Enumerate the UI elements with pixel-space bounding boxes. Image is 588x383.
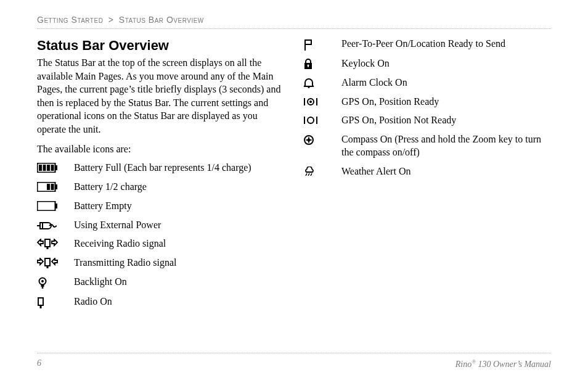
breadcrumb: Getting Started > Status Bar Overview <box>37 15 551 29</box>
icon-desc: Compass On (Press and hold the Zoom key … <box>341 133 551 159</box>
page-title: Status Bar Overview <box>37 38 285 54</box>
page-footer: 6 Rino® 130 Owner’s Manual <box>37 353 551 369</box>
icon-desc: GPS On, Position Ready <box>341 96 439 109</box>
icon-row-radio-on: Radio On <box>37 295 285 309</box>
icon-desc: Backlight On <box>74 276 127 289</box>
gps-not-ready-icon <box>303 114 334 125</box>
icon-row-external-power: Using External Power <box>37 219 285 232</box>
icon-desc: Using External Power <box>74 219 161 232</box>
svg-marker-21 <box>52 258 57 265</box>
svg-rect-29 <box>305 40 311 44</box>
icon-row-compass: Compass On (Press and hold the Zoom key … <box>303 133 551 159</box>
icon-desc: Weather Alert On <box>341 165 410 178</box>
icon-desc: Peer-To-Peer On/Location Ready to Send <box>341 38 505 51</box>
svg-marker-14 <box>38 239 43 245</box>
icon-row-transmitting-radio: Transmitting Radio signal <box>37 257 285 270</box>
lock-icon <box>303 57 334 70</box>
flag-icon <box>303 38 334 51</box>
radio-on-icon <box>37 295 67 309</box>
icon-row-peer-to-peer: Peer-To-Peer On/Location Ready to Send <box>303 38 551 51</box>
svg-rect-20 <box>47 266 49 268</box>
icon-row-receiving-radio: Receiving Radio signal <box>37 237 285 250</box>
svg-rect-16 <box>47 247 49 249</box>
svg-point-23 <box>41 280 44 282</box>
svg-point-37 <box>309 101 312 103</box>
svg-marker-43 <box>305 139 312 141</box>
svg-rect-2 <box>39 165 42 171</box>
breadcrumb-section: Getting Started <box>37 15 103 25</box>
icon-row-battery-full: Battery Full (Each bar represents 1/4 ch… <box>37 162 285 175</box>
icon-row-alarm: Alarm Clock On <box>303 76 551 89</box>
battery-half-icon <box>37 181 67 192</box>
svg-point-25 <box>42 287 44 289</box>
svg-rect-8 <box>47 184 50 190</box>
svg-rect-3 <box>43 165 46 171</box>
icon-row-backlight: Backlight On <box>37 276 285 289</box>
icon-row-battery-half: Battery 1/2 charge <box>37 181 285 194</box>
svg-rect-7 <box>55 184 57 189</box>
svg-line-44 <box>306 173 307 176</box>
svg-point-40 <box>308 117 314 123</box>
svg-marker-17 <box>52 239 57 245</box>
svg-rect-15 <box>45 239 50 247</box>
battery-empty-icon <box>37 200 67 211</box>
svg-rect-11 <box>55 204 57 208</box>
icon-row-battery-empty: Battery Empty <box>37 200 285 213</box>
svg-point-33 <box>308 86 310 88</box>
manual-page: Getting Started > Status Bar Overview St… <box>0 0 588 383</box>
svg-rect-24 <box>41 284 44 287</box>
svg-rect-10 <box>38 201 55 210</box>
icon-desc: Radio On <box>74 295 112 308</box>
weather-alert-icon <box>303 165 334 176</box>
svg-rect-27 <box>40 305 42 308</box>
icon-desc: Battery Empty <box>74 200 132 213</box>
svg-rect-19 <box>45 258 50 266</box>
svg-line-46 <box>311 173 312 176</box>
svg-marker-18 <box>38 258 43 265</box>
icon-row-keylock: Keylock On <box>303 57 551 70</box>
icon-row-gps-not-ready: GPS On, Position Not Ready <box>303 114 551 127</box>
svg-rect-5 <box>51 165 54 171</box>
icon-desc: GPS On, Position Not Ready <box>341 114 456 127</box>
svg-line-45 <box>308 173 309 176</box>
lead-text: The available icons are: <box>37 142 285 156</box>
icon-row-weather: Weather Alert On <box>303 165 551 178</box>
icon-desc: Keylock On <box>341 57 390 70</box>
svg-rect-26 <box>38 298 43 305</box>
icon-desc: Battery Full (Each bar represents 1/4 ch… <box>74 162 251 175</box>
transmitting-radio-icon <box>37 257 67 269</box>
svg-rect-1 <box>55 165 57 170</box>
svg-rect-32 <box>308 65 309 67</box>
icon-desc: Alarm Clock On <box>341 76 407 89</box>
gps-ready-icon <box>303 96 334 107</box>
svg-rect-4 <box>47 165 50 171</box>
icon-desc: Battery 1/2 charge <box>74 181 147 194</box>
battery-full-icon <box>37 162 67 173</box>
svg-rect-9 <box>51 184 54 190</box>
icon-desc: Transmitting Radio signal <box>74 257 177 270</box>
breadcrumb-sep: > <box>108 15 114 25</box>
backlight-icon <box>37 276 67 289</box>
right-column: Peer-To-Peer On/Location Ready to Send K… <box>303 38 551 315</box>
receiving-radio-icon <box>37 237 67 250</box>
intro-paragraph: The Status Bar at the top of the screen … <box>37 56 285 136</box>
page-number: 6 <box>37 358 41 369</box>
icon-desc: Receiving Radio signal <box>74 237 166 250</box>
icon-row-gps-ready: GPS On, Position Ready <box>303 96 551 109</box>
compass-icon <box>303 133 334 146</box>
external-power-icon <box>37 219 67 231</box>
alarm-bell-icon <box>303 76 334 89</box>
breadcrumb-page: Status Bar Overview <box>119 15 204 25</box>
left-column: Status Bar Overview The Status Bar at th… <box>37 38 285 315</box>
product-name: Rino® 130 Owner’s Manual <box>455 358 551 369</box>
